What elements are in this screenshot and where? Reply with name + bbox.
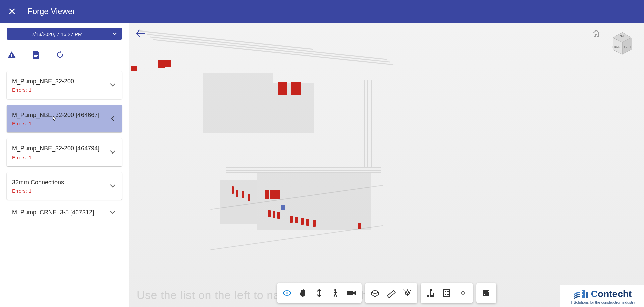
- issue-card[interactable]: M_Pump_CRNE_3-5 [467312]: [7, 206, 122, 217]
- expand-toggle[interactable]: [109, 208, 117, 217]
- app-title: Forge Viewer: [28, 7, 75, 16]
- properties-tool[interactable]: [439, 286, 455, 300]
- fullscreen-icon: [483, 289, 490, 297]
- brand-logo-icon: [573, 288, 590, 300]
- svg-rect-23: [445, 293, 446, 293]
- close-icon: [9, 8, 15, 15]
- issue-card-body: M_Pump_NBE_32-200 [464667] Errors: 1: [12, 111, 109, 126]
- nav-tools-group: [277, 283, 362, 303]
- brand-tagline: IT Solutions for the construction indust…: [565, 300, 639, 304]
- date-select-caret: [107, 28, 122, 40]
- issue-card-title: M_Pump_CRNE_3-5 [467312]: [12, 208, 109, 217]
- svg-rect-30: [586, 292, 588, 298]
- date-select-row: 2/13/2020, 7:16:27 PM: [0, 23, 129, 44]
- svg-rect-19: [432, 295, 434, 297]
- issue-card[interactable]: M_Pump_NBE_32-200 Errors: 1: [7, 71, 122, 99]
- settings-tool[interactable]: [455, 286, 471, 300]
- svg-rect-21: [445, 291, 446, 292]
- brand-logo: Contecht IT Solutions for the constructi…: [560, 285, 644, 307]
- chevron-down-icon: [110, 150, 115, 154]
- issue-card-title: M_Pump_NBE_32-200 [464667]: [12, 111, 109, 119]
- sidebar: 2/13/2020, 7:16:27 PM M_Pump_NBE_32-200: [0, 23, 129, 307]
- chevron-down-icon: [110, 211, 115, 214]
- chevron-down-icon: [110, 184, 115, 188]
- svg-rect-35: [582, 294, 583, 295]
- issue-card-title: M_Pump_NBE_32-200 [464794]: [12, 144, 109, 153]
- brand-initial: C: [591, 289, 598, 299]
- svg-rect-25: [445, 294, 446, 295]
- svg-rect-36: [584, 294, 584, 295]
- svg-rect-18: [430, 295, 432, 297]
- svg-rect-16: [430, 289, 432, 291]
- date-select[interactable]: 2/13/2020, 7:16:27 PM: [7, 28, 122, 40]
- app-header: Forge Viewer: [0, 0, 644, 23]
- issue-card-errors: Errors: 1: [12, 87, 109, 93]
- issue-card[interactable]: 32mm Connections Errors: 1: [7, 172, 122, 200]
- measure-tool[interactable]: [383, 286, 399, 300]
- issue-card-errors: Errors: 1: [12, 155, 109, 160]
- issue-card[interactable]: M_Pump_NBE_32-200 [464667] Errors: 1: [7, 105, 122, 132]
- model-canvas: [129, 23, 644, 307]
- warnings-tab[interactable]: [7, 50, 17, 60]
- camera-tool[interactable]: [343, 286, 360, 300]
- issue-card-body: M_Pump_CRNE_3-5 [467312]: [12, 208, 109, 217]
- model-browser-tool[interactable]: [423, 286, 439, 300]
- caret-down-icon: [113, 33, 117, 35]
- pan-tool[interactable]: [295, 286, 311, 300]
- svg-rect-0: [11, 54, 12, 56]
- walk-tool[interactable]: [327, 286, 343, 300]
- measure-tools-group: [365, 283, 417, 303]
- fullscreen-group: [476, 283, 496, 303]
- svg-rect-2: [34, 54, 38, 54]
- section-icon: [371, 289, 379, 297]
- issue-card-body: M_Pump_NBE_32-200 [464794] Errors: 1: [12, 144, 109, 160]
- explode-tool[interactable]: [399, 286, 415, 300]
- sidebar-icon-row: [0, 44, 129, 67]
- issue-card[interactable]: M_Pump_NBE_32-200 [464794] Errors: 1: [7, 138, 122, 166]
- issue-card-title: 32mm Connections: [12, 178, 109, 187]
- issue-list: M_Pump_NBE_32-200 Errors: 1 M_Pump_NBE_3…: [0, 67, 129, 224]
- chevron-left-icon: [111, 116, 114, 121]
- close-button[interactable]: [7, 6, 17, 17]
- date-select-label: 2/13/2020, 7:16:27 PM: [7, 28, 107, 40]
- document-icon: [33, 51, 39, 59]
- svg-rect-33: [582, 293, 583, 293]
- walk-icon: [332, 289, 338, 297]
- svg-rect-31: [582, 291, 583, 292]
- viewer-viewport[interactable]: TOP FRONT RIGHT: [129, 23, 644, 307]
- model-tools-group: [421, 283, 473, 303]
- svg-rect-14: [347, 291, 353, 295]
- document-tab[interactable]: [31, 50, 41, 60]
- camera-icon: [347, 290, 356, 296]
- fullscreen-tool[interactable]: [478, 286, 494, 300]
- section-tool[interactable]: [367, 286, 383, 300]
- ruler-icon: [386, 288, 396, 298]
- orbit-icon: [282, 289, 292, 297]
- refresh-icon: [56, 51, 64, 59]
- viewer-toolbar: [277, 283, 496, 303]
- svg-rect-4: [34, 56, 37, 57]
- issue-card-body: 32mm Connections Errors: 1: [12, 178, 109, 194]
- svg-point-13: [334, 289, 336, 291]
- svg-rect-29: [582, 290, 585, 298]
- svg-rect-22: [447, 291, 449, 292]
- gear-icon: [459, 289, 467, 297]
- expand-toggle[interactable]: [109, 81, 117, 89]
- expand-toggle[interactable]: [109, 148, 117, 156]
- main-area: 2/13/2020, 7:16:27 PM M_Pump_NBE_32-200: [0, 23, 644, 307]
- zoom-tool[interactable]: [311, 286, 327, 300]
- svg-rect-26: [447, 294, 449, 295]
- svg-point-27: [462, 292, 464, 294]
- svg-rect-32: [584, 291, 584, 292]
- warning-icon: [7, 51, 16, 59]
- tree-icon: [426, 289, 435, 297]
- issue-card-errors: Errors: 1: [12, 188, 109, 194]
- orbit-tool[interactable]: [279, 286, 295, 300]
- refresh-tab[interactable]: [55, 50, 65, 60]
- svg-rect-1: [11, 56, 12, 57]
- brand-logo-main: Contecht: [565, 288, 639, 300]
- collapse-toggle[interactable]: [109, 115, 117, 123]
- hand-icon: [299, 289, 307, 297]
- issue-card-body: M_Pump_NBE_32-200 Errors: 1: [12, 77, 109, 93]
- expand-toggle[interactable]: [109, 182, 117, 190]
